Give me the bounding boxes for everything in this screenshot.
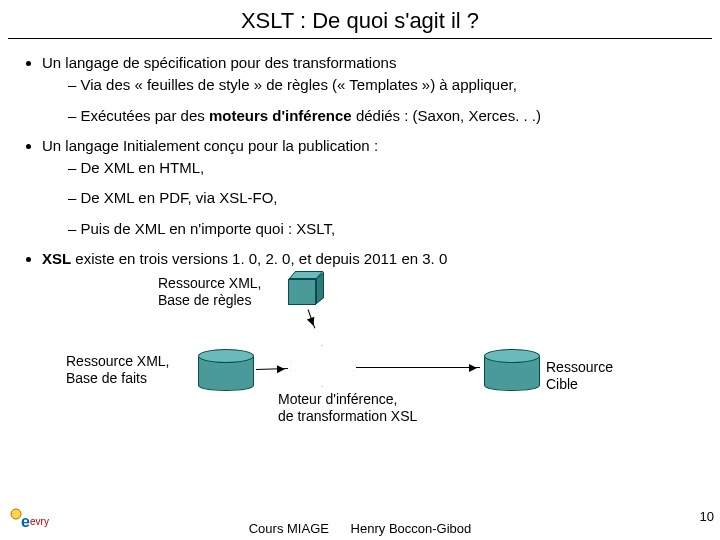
facts-label: Ressource XML, Base de faits: [66, 353, 169, 387]
bullet-2-3: Puis de XML en n'importe quoi : XSLT,: [68, 219, 702, 239]
arrow-rules-to-engine: [308, 309, 316, 328]
slide-footer: Cours MIAGE Henry Boccon-Gibod: [0, 521, 720, 536]
course-name: Cours MIAGE: [249, 521, 329, 536]
arrow-facts-to-engine: [256, 368, 288, 370]
bullet-1: Un langage de spécification pour des tra…: [42, 53, 702, 126]
svg-point-0: [11, 509, 21, 519]
bold-inference-engines: moteurs d'inférence: [209, 107, 352, 124]
target-cylinder-icon: [484, 349, 540, 393]
slide-title: XSLT : De quoi s'agit il ?: [8, 0, 712, 39]
rules-box-icon: [288, 273, 322, 303]
bullet-2-2: De XML en PDF, via XSL-FO,: [68, 188, 702, 208]
author-name: Henry Boccon-Gibod: [351, 521, 472, 536]
facts-cylinder-icon: [198, 349, 254, 393]
page-number: 10: [700, 509, 714, 524]
bullet-2-1: De XML en HTML,: [68, 158, 702, 178]
bullet-1-2: Exécutées par des moteurs d'inférence dé…: [68, 106, 702, 126]
engine-starburst-icon: [290, 345, 354, 387]
bullet-1-text: Un langage de spécification pour des tra…: [42, 54, 396, 71]
rules-label: Ressource XML, Base de règles: [158, 275, 261, 309]
engine-label: Moteur d'inférence, de transformation XS…: [278, 391, 417, 425]
bullet-2-text: Un langage Initialement conçu pour la pu…: [42, 137, 378, 154]
bullet-3: XSL existe en trois versions 1. 0, 2. 0,…: [42, 249, 702, 269]
arrow-engine-to-target: [356, 367, 480, 368]
slide-body: Un langage de spécification pour des tra…: [0, 53, 720, 423]
diagram: Ressource XML, Base de règles Ressource …: [98, 273, 642, 423]
bullet-2: Un langage Initialement conçu pour la pu…: [42, 136, 702, 239]
bullet-1-1: Via des « feuilles de style » de règles …: [68, 75, 702, 95]
target-label: Ressource Cible: [546, 359, 642, 393]
